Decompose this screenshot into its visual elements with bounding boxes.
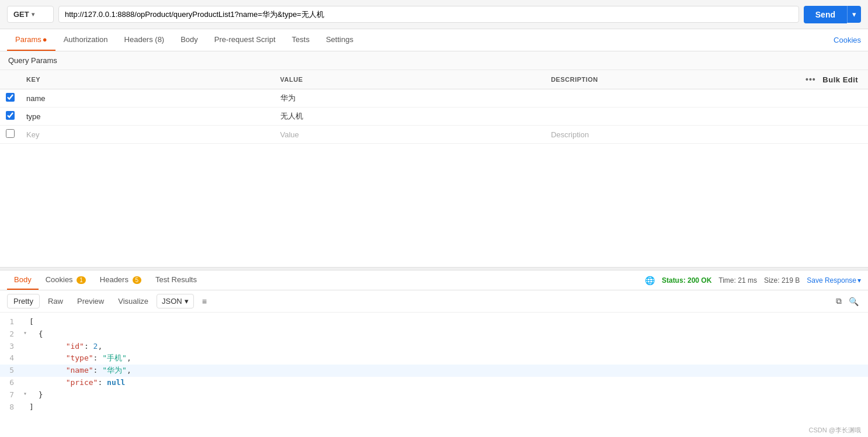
line-num-7: 7 [0,389,21,401]
line-content-5: "name": "华为", [29,365,868,377]
tab-headers[interactable]: Headers (8) [116,29,173,51]
placeholder-checkbox[interactable] [6,129,15,138]
line-content-1: [ [29,316,868,328]
query-params-title: Query Params [0,51,868,70]
fold-arrow-6 [21,377,29,389]
row2-key[interactable]: type [20,107,275,126]
fold-arrow-1 [21,316,29,328]
response-size: Size: 219 B [764,276,800,285]
url-input[interactable] [58,6,799,23]
placeholder-description[interactable]: Description [545,126,800,144]
th-actions: ••• Bulk Edit [800,70,868,89]
line-num-5: 5 [0,365,21,377]
tab-body[interactable]: Body [172,29,206,51]
code-line-7: 7 ▾ } [0,389,868,401]
row2-checkbox[interactable] [6,111,15,120]
search-icon[interactable]: 🔍 [846,294,861,308]
globe-icon: 🌐 [645,276,655,285]
response-section: Body Cookies 1 Headers 5 Test Results 🌐 … [0,270,868,424]
format-bar: Pretty Raw Preview Visualize JSON ▾ ≡ ⧉ … [0,290,868,313]
row2-checkbox-cell [0,107,20,126]
line-content-8: ] [29,401,868,414]
tab-authorization[interactable]: Authorization [55,29,116,51]
params-section: Query Params KEY VALUE DESCRIPTION ••• B… [0,51,868,267]
row2-value[interactable]: 无人机 [275,107,546,126]
more-icon[interactable]: ••• [805,75,816,84]
cookies-badge: 1 [77,276,86,284]
params-dot: ● [43,35,47,44]
code-line-6: 6 "price": null [0,377,868,389]
line-num-6: 6 [0,377,21,389]
table-row: type 无人机 [0,107,868,126]
line-content-4: "type": "手机", [29,352,868,365]
row1-checkbox[interactable] [6,93,15,102]
cookies-link[interactable]: Cookies [834,30,861,50]
th-key: KEY [20,70,275,89]
placeholder-actions [800,126,868,144]
send-dropdown-button[interactable]: ▾ [847,6,861,23]
bulk-edit-button[interactable]: Bulk Edit [822,75,858,84]
method-label: GET [13,10,29,19]
line-content-7: } [29,389,868,401]
line-content-3: "id": 2, [29,341,868,353]
code-line-4: 4 "type": "手机", [0,352,868,365]
code-line-8: 8 ] [0,401,868,414]
response-tabs-bar: Body Cookies 1 Headers 5 Test Results 🌐 … [0,270,868,290]
line-num-8: 8 [0,401,21,414]
send-button[interactable]: Send [804,6,847,23]
placeholder-value[interactable]: Value [275,126,546,144]
status-text: Status: 200 OK [662,276,711,285]
fmt-tab-pretty[interactable]: Pretty [7,294,40,308]
fold-arrow-8 [21,401,29,414]
line-content-2: { [29,328,868,341]
row2-actions [800,107,868,126]
fold-arrow-7[interactable]: ▾ [21,389,29,401]
format-select[interactable]: JSON ▾ [157,294,194,308]
resp-tab-body[interactable]: Body [7,270,39,290]
placeholder-row: Key Value Description [0,126,868,144]
response-time: Time: 21 ms [718,276,757,285]
fold-arrow-3 [21,341,29,353]
tab-pre-request[interactable]: Pre-request Script [206,29,284,51]
line-num-2: 2 [0,328,21,341]
save-response-chevron-icon: ▾ [857,276,861,285]
fold-arrow-2[interactable]: ▾ [21,328,29,341]
response-status: 🌐 Status: 200 OK Time: 21 ms Size: 219 B… [645,276,861,285]
placeholder-checkbox-cell [0,126,20,144]
row1-key[interactable]: name [20,89,275,107]
method-chevron-icon: ▾ [32,11,34,18]
tab-settings[interactable]: Settings [318,29,362,51]
table-row: name 华为 [0,89,868,107]
row1-description[interactable] [545,89,800,107]
send-button-group: Send ▾ [804,6,861,23]
wrap-icon[interactable]: ≡ [199,294,210,308]
copy-icon[interactable]: ⧉ [834,294,844,308]
method-select[interactable]: GET ▾ [7,6,54,23]
fmt-tab-visualize[interactable]: Visualize [112,294,154,308]
code-line-3: 3 "id": 2, [0,341,868,353]
line-content-6: "price": null [29,377,868,389]
line-num-4: 4 [0,352,21,365]
tab-params[interactable]: Params● [7,29,55,51]
fmt-tab-raw[interactable]: Raw [42,294,69,308]
tab-tests[interactable]: Tests [284,29,318,51]
fold-arrow-5 [21,365,29,377]
resp-tab-cookies[interactable]: Cookies 1 [39,270,93,290]
row1-value[interactable]: 华为 [275,89,546,107]
request-tabs: Params● Authorization Headers (8) Body P… [0,29,868,51]
resp-tab-test-results[interactable]: Test Results [148,270,204,290]
save-response-button[interactable]: Save Response ▾ [807,276,861,285]
format-chevron-icon: ▾ [185,297,189,306]
code-area: 1 [ 2 ▾ { 3 "id": 2, 4 "type": "手机", 5 "… [0,313,868,424]
code-line-5: 5 "name": "华为", [0,365,868,377]
placeholder-key[interactable]: Key [20,126,275,144]
row1-actions [800,89,868,107]
row2-description[interactable] [545,107,800,126]
fmt-tab-preview[interactable]: Preview [71,294,110,308]
th-value: VALUE [275,70,546,89]
row1-checkbox-cell [0,89,20,107]
code-line-2: 2 ▾ { [0,328,868,341]
th-description: DESCRIPTION [545,70,800,89]
format-label: JSON [162,297,182,306]
resp-tab-headers[interactable]: Headers 5 [93,270,148,290]
